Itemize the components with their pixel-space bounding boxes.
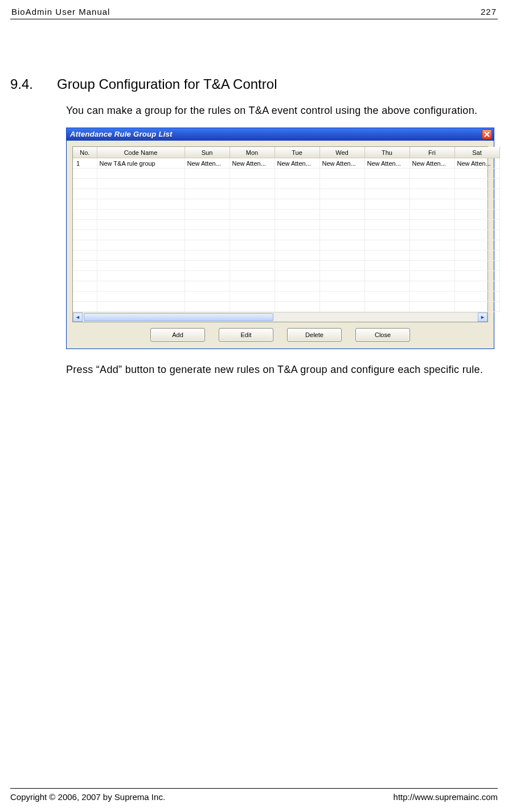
table-cell [97, 261, 185, 271]
table-cell [73, 251, 97, 261]
col-header-sat[interactable]: Sat [454, 147, 499, 158]
table-cell [319, 292, 364, 302]
table-cell [185, 261, 230, 271]
table-row[interactable] [73, 199, 499, 210]
table-cell [97, 169, 185, 179]
table-cell [230, 179, 275, 189]
table-cell [364, 179, 409, 189]
section-title: Group Configuration for T&A Control [57, 76, 277, 92]
table-cell: 1 [73, 158, 97, 169]
table-cell: New Atten... [364, 158, 409, 169]
table-cell [185, 292, 230, 302]
table-cell [364, 199, 409, 210]
table-cell [230, 220, 275, 230]
table-cell [97, 179, 185, 189]
table-cell [97, 302, 185, 312]
table-cell [185, 230, 230, 240]
table-cell [73, 220, 97, 230]
edit-button[interactable]: Edit [219, 328, 273, 342]
table-cell [319, 271, 364, 281]
dialog-titlebar: Attendance Rule Group List [67, 128, 494, 141]
table-cell [73, 230, 97, 240]
table-cell [97, 199, 185, 210]
table-cell [454, 220, 499, 230]
table-cell [185, 302, 230, 312]
table-cell [454, 179, 499, 189]
table-cell [319, 189, 364, 199]
page-number: 227 [481, 7, 497, 17]
col-header-sun[interactable]: Sun [185, 147, 230, 158]
scroll-right-icon[interactable]: ► [478, 313, 487, 322]
rule-group-table: No. Code Name Sun Mon Tue Wed Thu Fri Sa… [72, 146, 488, 323]
table-cell [409, 261, 454, 271]
table-row[interactable]: 1New T&A rule groupNew Atten...New Atten… [73, 158, 499, 169]
delete-button[interactable]: Delete [287, 328, 342, 342]
table-cell [73, 261, 97, 271]
table-cell [364, 261, 409, 271]
table-cell [364, 271, 409, 281]
table-row[interactable] [73, 189, 499, 199]
table-row[interactable] [73, 230, 499, 240]
col-header-fri[interactable]: Fri [409, 147, 454, 158]
table-cell: New Atten... [185, 158, 230, 169]
table-cell [97, 251, 185, 261]
scroll-left-icon[interactable]: ◄ [73, 313, 83, 322]
close-button[interactable]: Close [355, 328, 410, 342]
horizontal-scrollbar[interactable]: ◄ ► [73, 312, 487, 322]
table-cell [275, 292, 319, 302]
table-cell [230, 302, 275, 312]
table-row[interactable] [73, 302, 499, 312]
header-left: BioAdmin User Manual [11, 7, 110, 17]
col-header-no[interactable]: No. [73, 147, 97, 158]
table-cell [364, 230, 409, 240]
table-row[interactable] [73, 281, 499, 292]
scroll-track[interactable] [83, 313, 478, 322]
col-header-name[interactable]: Code Name [97, 147, 185, 158]
table-row[interactable] [73, 271, 499, 281]
table-cell [185, 240, 230, 251]
table-cell [364, 292, 409, 302]
col-header-tue[interactable]: Tue [275, 147, 319, 158]
footer-copyright: Copyright © 2006, 2007 by Suprema Inc. [10, 792, 165, 802]
attendance-rule-group-dialog: Attendance Rule Group List [66, 128, 494, 350]
col-header-mon[interactable]: Mon [230, 147, 275, 158]
add-button[interactable]: Add [150, 328, 205, 342]
table-cell [73, 189, 97, 199]
table-cell [454, 189, 499, 199]
table-row[interactable] [73, 169, 499, 179]
table-cell [319, 251, 364, 261]
dialog-title: Attendance Rule Group List [70, 130, 173, 138]
table-cell [409, 220, 454, 230]
table-cell [97, 281, 185, 292]
table-row[interactable] [73, 261, 499, 271]
table-row[interactable] [73, 210, 499, 220]
table-cell [73, 169, 97, 179]
table-cell [454, 210, 499, 220]
table-cell [275, 251, 319, 261]
table-cell [454, 169, 499, 179]
table-cell: New Atten... [230, 158, 275, 169]
scroll-thumb[interactable] [84, 313, 273, 321]
table-cell [275, 210, 319, 220]
col-header-thu[interactable]: Thu [364, 147, 409, 158]
table-cell [275, 230, 319, 240]
close-icon[interactable] [482, 129, 492, 140]
table-row[interactable] [73, 251, 499, 261]
table-row[interactable] [73, 179, 499, 189]
table-cell [97, 210, 185, 220]
table-row[interactable] [73, 220, 499, 230]
table-cell [319, 240, 364, 251]
paragraph-instruction: Press “Add” button to generate new rules… [66, 359, 498, 381]
table-cell [73, 210, 97, 220]
table-cell [73, 281, 97, 292]
col-header-wed[interactable]: Wed [319, 147, 364, 158]
table-cell [454, 261, 499, 271]
table-row[interactable] [73, 240, 499, 251]
table-cell [409, 179, 454, 189]
table-cell [275, 281, 319, 292]
footer-url: http://www.supremainc.com [394, 792, 498, 802]
table-cell: New Atten... [319, 158, 364, 169]
table-row[interactable] [73, 292, 499, 302]
table-cell [275, 169, 319, 179]
table-header-row: No. Code Name Sun Mon Tue Wed Thu Fri Sa… [73, 147, 499, 158]
